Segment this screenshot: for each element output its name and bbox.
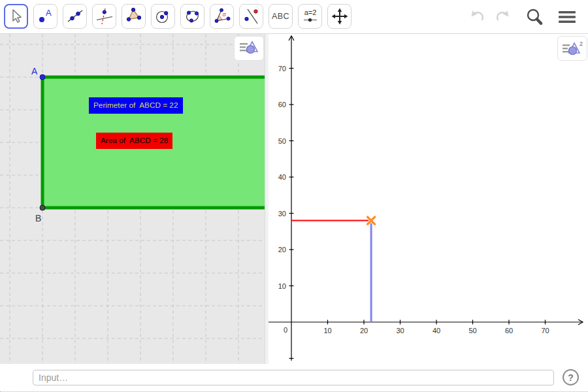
axis-ticks-and-labels: 01020304050607010203040506070 [278, 65, 549, 335]
tool-move-graphics-view[interactable] [327, 4, 351, 29]
tool-move[interactable] [4, 4, 28, 29]
help-icon: ? [568, 372, 574, 383]
tool-slider[interactable]: a=2 [298, 4, 322, 29]
search-icon [524, 7, 545, 27]
point-B-label: B [35, 213, 41, 223]
redo-icon [492, 7, 512, 27]
graphics-stylebar-icon [238, 41, 259, 56]
point-icon: A [37, 7, 55, 25]
y-tick-label: 40 [278, 173, 286, 181]
search-button[interactable] [523, 5, 546, 29]
redo-button[interactable] [490, 5, 514, 29]
input-bar: ? [0, 364, 588, 392]
x-tick-label: 30 [396, 327, 404, 335]
svg-text:A: A [46, 8, 52, 18]
main-area: AB Perimeter of ABCD = 22 Area of ABCD =… [0, 34, 588, 364]
circle-with-center-icon [154, 7, 172, 25]
graphics-view-1[interactable]: AB Perimeter of ABCD = 22 Area of ABCD =… [0, 34, 265, 364]
tool-reflect-about-line[interactable] [239, 4, 263, 29]
tool-angle[interactable]: α [210, 4, 234, 29]
tool-text[interactable]: ABC [269, 4, 293, 29]
stylebar-toggle-graphics2[interactable]: 2 [557, 36, 587, 61]
slider-icon: a=2 [301, 7, 319, 25]
point-B[interactable] [40, 205, 45, 210]
x-tick-label: 70 [541, 327, 549, 335]
input-field[interactable] [33, 370, 554, 385]
point-A-label: A [31, 66, 38, 76]
point-A[interactable] [40, 74, 45, 80]
geogebra-app: A [0, 0, 588, 392]
tool-circle-with-center[interactable] [151, 4, 175, 29]
line-icon [66, 7, 84, 25]
tool-conic-through-points[interactable] [180, 4, 204, 29]
undo-icon [468, 7, 488, 27]
angle-icon: α [213, 7, 231, 25]
graphics-view-2[interactable]: 01020304050607010203040506070 2 [269, 34, 588, 364]
y-tick-label: 50 [278, 137, 286, 145]
y-tick-label: 60 [278, 101, 286, 108]
reflect-about-line-icon [242, 7, 261, 25]
menu-button[interactable] [555, 5, 579, 29]
origin-label: 0 [284, 326, 287, 334]
help-button[interactable]: ? [563, 369, 579, 385]
y-tick-label: 20 [278, 246, 286, 253]
perpendicular-line-icon [95, 7, 114, 25]
conic-icon [184, 7, 202, 25]
svg-text:α: α [222, 11, 226, 18]
point-marker[interactable] [368, 217, 375, 224]
graphics-2-canvas[interactable]: 01020304050607010203040506070 [269, 34, 588, 364]
toolbar: A [0, 0, 588, 34]
perimeter-label[interactable]: Perimeter of ABCD = 22 [89, 97, 183, 114]
area-label[interactable]: Area of ABCD = 28 [96, 133, 172, 149]
tool-point[interactable]: A [33, 4, 57, 29]
graphics2-stylebar-icon: 2 [562, 41, 583, 56]
x-tick-label: 20 [360, 327, 368, 335]
x-tick-label: 10 [323, 327, 331, 335]
undo-button[interactable] [466, 5, 490, 29]
graphics-1-canvas[interactable]: AB [0, 34, 265, 364]
move-graphics-view-icon [331, 7, 349, 25]
y-tick-label: 10 [278, 282, 286, 290]
tool-group: A [4, 4, 351, 29]
tool-perpendicular-line[interactable] [92, 4, 116, 29]
x-tick-label: 40 [433, 327, 440, 335]
stylebar-toggle-graphics1[interactable] [234, 36, 264, 61]
y-tick-label: 30 [278, 210, 286, 218]
svg-text:2: 2 [580, 41, 583, 47]
x-tick-label: 50 [468, 327, 476, 335]
svg-text:a=2: a=2 [304, 8, 316, 16]
axes [269, 36, 583, 361]
polygon-icon [125, 7, 143, 25]
x-tick-label: 60 [505, 327, 513, 335]
menu-icon [557, 7, 578, 27]
tool-polygon[interactable] [122, 4, 146, 29]
tool-line[interactable] [63, 4, 87, 29]
y-tick-label: 70 [278, 65, 286, 73]
text-tool-label: ABC [272, 12, 289, 21]
move-cursor-icon [7, 7, 25, 25]
